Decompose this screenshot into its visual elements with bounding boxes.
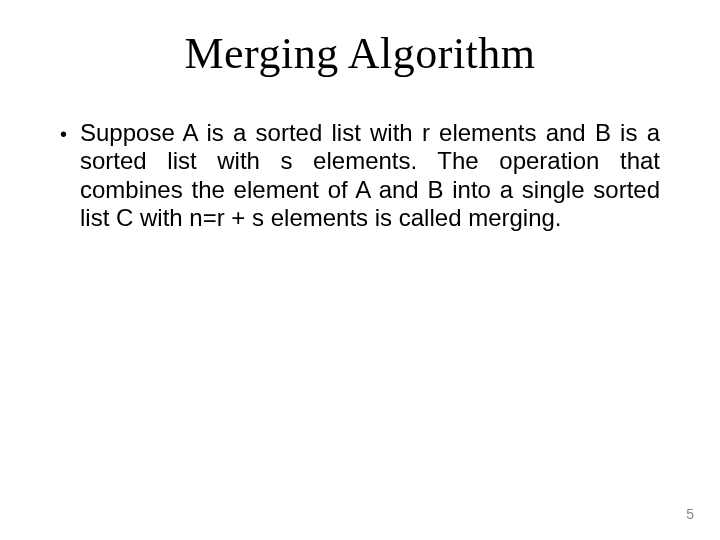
slide-title: Merging Algorithm <box>0 0 720 79</box>
page-number: 5 <box>686 506 694 522</box>
bullet-text: Suppose A is a sorted list with r elemen… <box>80 119 660 232</box>
bullet-item: • Suppose A is a sorted list with r elem… <box>60 119 660 232</box>
slide-body: • Suppose A is a sorted list with r elem… <box>0 79 720 232</box>
slide: Merging Algorithm • Suppose A is a sorte… <box>0 0 720 540</box>
bullet-glyph: • <box>60 119 80 147</box>
